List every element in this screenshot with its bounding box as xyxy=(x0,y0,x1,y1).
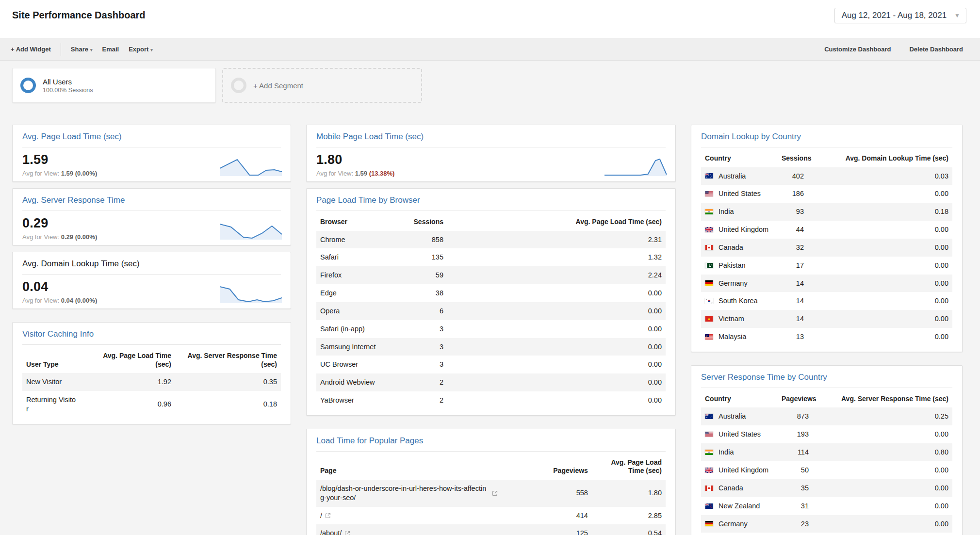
column-header: Country xyxy=(701,390,778,408)
add-segment-button[interactable]: + Add Segment xyxy=(222,68,422,103)
sessions-cell: 2 xyxy=(396,373,447,391)
pageviews-cell: 558 xyxy=(533,480,592,507)
flag-canada-icon xyxy=(705,245,713,250)
load-time-cell: 0.00 xyxy=(447,284,666,302)
sessions-cell: 2 xyxy=(396,391,447,409)
load-time-cell: 0.00 xyxy=(447,391,666,409)
table-row: Germany140.00 xyxy=(701,275,952,292)
country-name: India xyxy=(719,448,734,457)
widget-title-link[interactable]: Load Time for Popular Pages xyxy=(316,436,423,446)
country-cell: Malaysia xyxy=(701,328,778,346)
table-row: United Kingdom440.00 xyxy=(701,221,952,239)
server-response-cell: 0.18 xyxy=(175,391,281,418)
table-header-row: Country Pageviews Avg. Server Response T… xyxy=(701,390,952,408)
table-row: Opera60.00 xyxy=(316,302,666,320)
customize-dashboard-button[interactable]: Customize Dashboard xyxy=(819,42,896,57)
dashboard-header: Site Performance Dashboard Aug 12, 2021 … xyxy=(0,0,980,38)
lookup-time-cell: 0.00 xyxy=(808,239,952,257)
table-row: Pakistan210.00 xyxy=(701,533,952,535)
column-header: Sessions xyxy=(778,149,808,167)
page-load-cell: 0.96 xyxy=(82,391,175,418)
table-row: Chrome8582.31 xyxy=(316,231,666,249)
country-name: Germany xyxy=(719,279,748,288)
load-time-cell: 0.54 xyxy=(592,524,666,535)
segment-all-users[interactable]: All Users 100.00% Sessions xyxy=(12,68,216,103)
date-range-selector[interactable]: Aug 12, 2021 - Aug 18, 2021 ▼ xyxy=(834,8,966,23)
load-time-cell: 0.00 xyxy=(447,356,666,373)
widget-mobile-page-load-time: Mobile Page Load Time (sec) 1.80 Avg for… xyxy=(306,125,676,182)
share-button[interactable]: Share▾ xyxy=(66,42,98,57)
sparkline-chart xyxy=(220,220,282,240)
page-load-cell: 1.92 xyxy=(82,373,175,391)
date-range-value: Aug 12, 2021 - Aug 18, 2021 xyxy=(842,11,947,20)
avg-value: 0.29 xyxy=(61,233,73,241)
dashboard-toolbar: + Add Widget Share▾ Email Export▾ Custom… xyxy=(0,38,980,61)
country-cell: India xyxy=(701,443,778,461)
sessions-cell: 93 xyxy=(778,203,808,221)
widget-title-link[interactable]: Server Response Time by Country xyxy=(701,373,827,382)
open-in-new-icon[interactable] xyxy=(492,490,498,496)
popular-pages-table: Page Pageviews Avg. Page Load Time (sec)… xyxy=(316,454,666,535)
response-time-cell: 0.25 xyxy=(813,407,952,425)
export-button[interactable]: Export▾ xyxy=(124,42,158,57)
sessions-cell: 44 xyxy=(778,221,808,239)
widget-title-link[interactable]: Page Load Time by Browser xyxy=(316,195,420,205)
widget-title-link[interactable]: Visitor Caching Info xyxy=(22,329,94,339)
email-button[interactable]: Email xyxy=(97,42,124,57)
avg-value: 1.59 xyxy=(61,170,73,177)
chevron-down-icon: ▾ xyxy=(150,48,153,52)
lookup-time-cell: 0.00 xyxy=(808,257,952,275)
segment-circle-icon xyxy=(20,78,36,93)
country-name: United Kingdom xyxy=(719,466,768,475)
column-header: Sessions xyxy=(396,213,447,231)
country-name: South Korea xyxy=(719,296,758,306)
widget-title-link[interactable]: Avg. Page Load Time (sec) xyxy=(22,132,122,142)
country-name: United States xyxy=(719,430,761,439)
country-cell: New Zealand xyxy=(701,497,778,515)
card-divider xyxy=(316,211,666,211)
table-row: South Korea140.00 xyxy=(701,292,952,310)
pageviews-cell: 873 xyxy=(778,407,813,425)
table-header-row: User Type Avg. Page Load Time (sec) Avg.… xyxy=(22,347,281,373)
delete-dashboard-button[interactable]: Delete Dashboard xyxy=(904,42,968,57)
page-path: / xyxy=(320,511,322,520)
segment-subtitle: 100.00% Sessions xyxy=(43,87,93,94)
widget-title-link[interactable]: Domain Lookup by Country xyxy=(701,132,801,142)
widget-title-link[interactable]: Mobile Page Load Time (sec) xyxy=(316,132,424,142)
column-header: Avg. Domain Lookup Time (sec) xyxy=(808,149,952,167)
share-label: Share xyxy=(71,46,88,53)
country-cell: United Kingdom xyxy=(701,221,778,239)
country-cell: Pakistan xyxy=(701,533,778,535)
column-middle: Mobile Page Load Time (sec) 1.80 Avg for… xyxy=(306,125,676,535)
table-row: /blog/dash-or-underscore-in-url-heres-ho… xyxy=(316,480,666,507)
country-name: India xyxy=(719,207,734,216)
table-row: YaBrowser20.00 xyxy=(316,391,666,409)
avg-value: 1.59 xyxy=(355,170,367,177)
visitor-caching-table: User Type Avg. Page Load Time (sec) Avg.… xyxy=(22,347,281,418)
flag-united-states-icon xyxy=(705,191,713,196)
avg-delta: (0.00%) xyxy=(75,297,98,304)
flag-pakistan-icon xyxy=(705,263,713,268)
response-time-cell: 0.00 xyxy=(813,515,952,533)
toolbar-divider xyxy=(61,43,61,56)
sessions-cell: 3 xyxy=(396,356,447,373)
domain-country-table: Country Sessions Avg. Domain Lookup Time… xyxy=(701,149,952,346)
pageviews-cell: 31 xyxy=(778,497,813,515)
flag-india-icon xyxy=(705,209,713,214)
load-time-cell: 2.85 xyxy=(592,507,666,525)
server-response-cell: 0.35 xyxy=(175,373,281,391)
column-header: Page xyxy=(316,454,533,480)
widget-load-time-popular-pages: Load Time for Popular Pages Page Pagevie… xyxy=(306,429,676,535)
card-divider xyxy=(22,274,281,275)
open-in-new-icon[interactable] xyxy=(325,513,331,519)
country-name: Canada xyxy=(719,243,743,252)
add-widget-button[interactable]: + Add Widget xyxy=(6,42,56,57)
dashboard-content: All Users 100.00% Sessions + Add Segment… xyxy=(0,61,980,535)
sessions-cell: 402 xyxy=(778,167,808,185)
sessions-cell: 14 xyxy=(778,292,808,310)
sessions-cell: 858 xyxy=(396,231,447,249)
open-in-new-icon[interactable] xyxy=(344,531,350,535)
table-header-row: Country Sessions Avg. Domain Lookup Time… xyxy=(701,149,952,167)
avg-delta: (0.00%) xyxy=(75,170,98,177)
widget-title-link[interactable]: Avg. Server Response Time xyxy=(22,195,125,205)
